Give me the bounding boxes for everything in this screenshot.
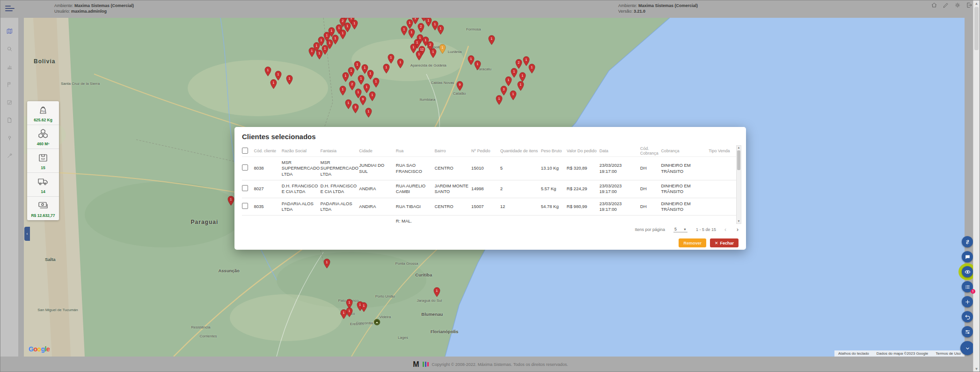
sidebar-item-edit-square[interactable] <box>0 97 18 108</box>
attribution-link[interactable]: Dados do mapa ©2023 Google <box>877 351 928 356</box>
google-logo[interactable]: Google <box>29 345 50 353</box>
map-pin[interactable]: 1 <box>437 25 444 35</box>
sidebar-item-chart[interactable] <box>0 61 18 72</box>
map-pin[interactable]: 1 <box>360 302 367 312</box>
attribution-link[interactable]: Atalhos do teclado <box>838 351 869 356</box>
map-pin[interactable]: 1 <box>339 30 346 39</box>
map-pin[interactable]: 1 <box>264 67 271 76</box>
map-pin[interactable]: 1 <box>270 79 277 89</box>
column-header[interactable]: Quantidade de itens <box>500 149 541 153</box>
map-pin[interactable]: 1 <box>340 309 347 319</box>
route-swap-button[interactable] <box>962 236 973 247</box>
table-scrollbar[interactable]: ▲ ▼ <box>736 145 741 224</box>
map-pin[interactable]: 1 <box>351 20 358 30</box>
map-pin[interactable]: 2 <box>417 23 424 33</box>
map-pin[interactable]: 1 <box>365 108 372 118</box>
map-pin[interactable]: 1 <box>430 48 437 58</box>
page-scrollbar-thumb[interactable] <box>974 7 979 50</box>
map-pin[interactable]: 9 <box>359 96 366 105</box>
map-pin[interactable]: 1 <box>339 86 346 96</box>
plus-button[interactable] <box>962 296 973 307</box>
map-pin[interactable]: 1 <box>227 196 234 206</box>
close-button[interactable]: ✕ Fechar <box>710 238 739 247</box>
sidebar-item-file[interactable] <box>0 114 18 126</box>
scrollbar-thumb[interactable] <box>737 150 740 170</box>
edit-icon[interactable] <box>943 2 949 8</box>
page-scrollbar[interactable]: ▲ ▼ <box>973 0 980 372</box>
chat-button[interactable] <box>962 251 973 262</box>
map-pin[interactable]: 1 <box>342 72 349 82</box>
map-pin[interactable]: 1 <box>323 259 330 268</box>
map-pin[interactable]: 1 <box>316 50 323 60</box>
undo-button[interactable] <box>962 311 973 322</box>
column-header[interactable]: Tipo Venda <box>709 149 739 153</box>
collapse-panel-button[interactable]: ‹ <box>24 227 30 241</box>
sidebar-item-pin-idea[interactable] <box>0 132 18 143</box>
table-row[interactable]: 8027D.H. FRANCISCO E CIA LTDAD.H. FRANCI… <box>242 180 739 198</box>
column-header[interactable]: Cód. Cobrança <box>640 146 661 156</box>
depot-marker[interactable] <box>373 319 380 326</box>
select-all-checkbox[interactable] <box>242 148 248 154</box>
map-pin[interactable]: 1 <box>468 55 475 65</box>
column-header[interactable]: Data <box>600 149 640 153</box>
sidebar-item-map[interactable] <box>0 25 18 37</box>
column-header[interactable]: Peso Bruto <box>541 149 567 153</box>
row-checkbox[interactable] <box>242 203 248 209</box>
settings-icon[interactable] <box>954 2 961 8</box>
exit-icon[interactable] <box>966 2 973 8</box>
map-pin[interactable]: 1 <box>528 64 535 74</box>
table-row[interactable]: 8010KOMIYA ARIOSO LTDAKOMIYA ARIOSO LTDA… <box>242 216 739 223</box>
tune-button[interactable] <box>962 326 973 337</box>
column-header[interactable]: Valor Do pedido <box>567 149 600 153</box>
map-pin[interactable]: 1 <box>345 99 352 109</box>
map-pin[interactable]: 1 <box>505 76 512 86</box>
column-header[interactable]: Cobrança <box>661 149 709 153</box>
map-pin[interactable]: 1 <box>408 29 415 38</box>
sidebar-item-tools[interactable] <box>0 150 18 161</box>
table-row[interactable]: 8038MSR SUPERMERCADO LTDAMSR SUPERMERCAD… <box>242 157 739 180</box>
column-header[interactable]: Fantasia <box>321 149 359 153</box>
row-checkbox[interactable] <box>242 164 248 171</box>
map-pin[interactable]: 1 <box>425 18 432 27</box>
attribution-link[interactable]: Termos de Uso <box>936 351 961 356</box>
column-header[interactable]: Cód. cliente <box>254 149 281 153</box>
eye-button[interactable] <box>962 266 973 277</box>
sidebar-item-search[interactable] <box>0 43 18 54</box>
map-pin[interactable]: 1 <box>383 64 390 74</box>
column-header[interactable]: Razão Social <box>282 149 321 153</box>
map-pin[interactable]: 3 <box>500 86 507 96</box>
hamburger-menu-icon[interactable] <box>5 4 15 12</box>
map-pin[interactable]: 1 <box>397 59 404 68</box>
map-pin[interactable]: 1 <box>488 35 495 45</box>
map-pin[interactable]: 3 <box>352 104 359 113</box>
table-row[interactable]: 8035PADARIA ALOS LTDAPADARIA ALOS LTDAAN… <box>242 198 739 216</box>
map-pin[interactable]: 1 <box>474 60 481 70</box>
map-pin[interactable]: 1 <box>286 75 293 85</box>
map-pin[interactable]: 1 <box>517 81 524 91</box>
sidebar-item-routes[interactable] <box>0 79 18 90</box>
scroll-up-icon[interactable]: ▲ <box>737 146 741 150</box>
map-pin[interactable]: 1 <box>510 90 517 100</box>
map-pin[interactable]: 1 <box>308 47 315 57</box>
remove-button[interactable]: Remover <box>679 238 706 247</box>
map-pin[interactable]: 1 <box>369 91 376 101</box>
map-pin[interactable]: 1 <box>373 78 380 88</box>
map-pin[interactable]: 1 <box>401 26 408 36</box>
map-pin[interactable]: 1 <box>388 54 395 64</box>
row-checkbox[interactable] <box>242 185 248 191</box>
chevron-down-button[interactable] <box>960 341 974 355</box>
scroll-down-icon[interactable]: ▼ <box>737 219 741 223</box>
map-pin[interactable]: 1 <box>496 95 503 105</box>
home-icon[interactable] <box>931 2 937 8</box>
next-page-button[interactable]: › <box>737 226 739 233</box>
column-header[interactable]: Bairro <box>435 149 472 153</box>
column-header[interactable]: Cidade <box>359 149 396 153</box>
items-per-page-select[interactable]: 5 ▼ <box>673 227 687 232</box>
scrollbar-up-icon[interactable]: ▲ <box>973 0 980 7</box>
column-header[interactable]: Nº Pedido <box>471 149 500 153</box>
previous-page-button[interactable]: ‹ <box>724 226 726 233</box>
column-header[interactable]: Rua <box>396 149 435 153</box>
map-pin[interactable]: 1 <box>439 44 446 54</box>
map-pin[interactable]: 9 <box>456 81 463 91</box>
map-pin[interactable]: 1 <box>416 51 423 60</box>
